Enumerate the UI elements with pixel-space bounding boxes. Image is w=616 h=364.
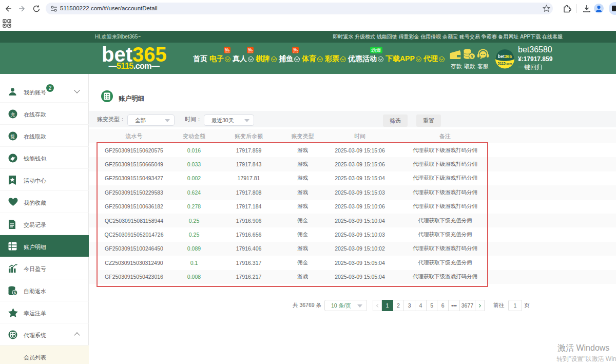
svg-text:¥: ¥ [471, 54, 473, 59]
svg-text:bet365: bet365 [498, 54, 512, 59]
svg-text:提: 提 [10, 134, 15, 139]
svg-text:$: $ [14, 291, 16, 295]
svg-text:5115.com: 5115.com [497, 62, 512, 65]
svg-text:充: 充 [11, 112, 15, 117]
